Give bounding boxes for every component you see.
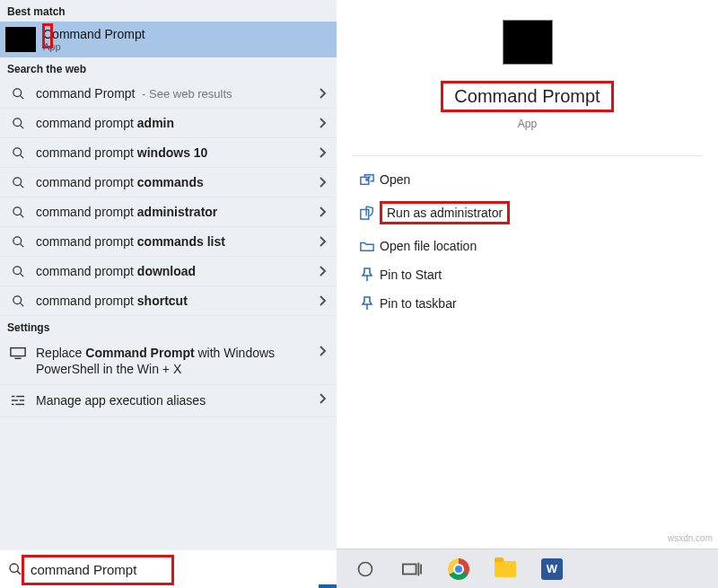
highlight-box: Run as administrator [380, 201, 510, 224]
cmd-icon [503, 20, 553, 65]
cortana-icon[interactable] [353, 557, 378, 582]
chevron-right-icon[interactable] [319, 206, 329, 218]
best-match-subtitle: App [43, 41, 145, 52]
search-bar[interactable] [0, 549, 337, 588]
open-icon [355, 173, 380, 186]
search-icon [9, 265, 27, 278]
action-pin-taskbar[interactable]: Pin to taskbar [344, 289, 711, 318]
app-title: Command Prompt [454, 86, 600, 106]
action-pin-start[interactable]: Pin to Start [344, 260, 711, 289]
action-label: Pin to Start [380, 268, 442, 282]
web-result-text: command prompt commands [36, 175, 319, 189]
action-list: OpenRun as administratorOpen file locati… [337, 162, 718, 318]
file-explorer-icon[interactable] [493, 557, 518, 582]
web-result[interactable]: command prompt commands [0, 168, 337, 197]
highlight-box: Command Prompt [441, 81, 613, 112]
svg-point-0 [13, 88, 21, 96]
web-result-text: command prompt shortcut [36, 294, 319, 308]
web-result-text: command prompt commands list [36, 234, 319, 249]
watermark: wsxdn.com [668, 533, 713, 543]
web-result-text: command prompt administrator [36, 205, 319, 219]
settings-header: Settings [0, 316, 337, 338]
svg-line-15 [20, 303, 23, 306]
chevron-right-icon[interactable] [319, 392, 329, 405]
task-view-icon[interactable] [399, 557, 425, 582]
svg-point-14 [13, 295, 21, 303]
svg-point-2 [13, 118, 21, 126]
settings-item-icon [9, 392, 27, 407]
svg-point-31 [359, 562, 372, 575]
chevron-right-icon[interactable] [319, 146, 329, 159]
web-result-text: command prompt download [36, 264, 319, 278]
divider [353, 155, 702, 156]
pin-icon [355, 268, 380, 282]
svg-rect-28 [361, 209, 369, 219]
focus-indicator [319, 584, 337, 588]
search-icon [9, 235, 27, 249]
action-label: Open file location [380, 239, 477, 253]
search-icon [9, 146, 27, 160]
settings-item-icon [9, 345, 27, 359]
svg-line-9 [20, 214, 23, 217]
search-icon [9, 176, 27, 189]
search-icon [9, 87, 27, 101]
action-run-admin[interactable]: Run as administrator [344, 194, 711, 232]
web-result[interactable]: command prompt admin [0, 109, 337, 138]
chevron-right-icon[interactable] [319, 345, 329, 357]
action-label: Pin to taskbar [380, 296, 457, 311]
action-open[interactable]: Open [344, 165, 711, 194]
highlight-box [42, 23, 53, 48]
action-open-location[interactable]: Open file location [344, 232, 711, 260]
search-icon [9, 117, 27, 130]
chevron-right-icon[interactable] [319, 87, 329, 100]
chrome-icon[interactable] [446, 557, 471, 582]
taskbar: W [337, 549, 718, 588]
chevron-right-icon[interactable] [319, 117, 329, 129]
web-result[interactable]: command Prompt - See web results [0, 79, 337, 109]
search-icon [9, 294, 27, 308]
app-hero: Command Prompt App [337, 0, 718, 130]
shield-icon [355, 206, 380, 220]
web-result[interactable]: command prompt shortcut [0, 286, 337, 316]
web-result-text: command Prompt - See web results [36, 86, 319, 101]
web-result[interactable]: command prompt windows 10 [0, 138, 337, 168]
settings-result[interactable]: Replace Command Prompt with Windows Powe… [0, 338, 337, 385]
settings-result[interactable]: Manage app execution aliases [0, 385, 337, 417]
svg-rect-16 [11, 348, 25, 356]
settings-item-text: Manage app execution aliases [36, 392, 319, 408]
chevron-right-icon[interactable] [319, 265, 329, 277]
best-match-result[interactable]: Command Prompt App [0, 22, 337, 57]
svg-point-12 [13, 266, 21, 274]
settings-item-text: Replace Command Prompt with Windows Powe… [36, 345, 319, 377]
svg-line-1 [20, 95, 23, 99]
folder-icon [355, 240, 380, 252]
best-match-header: Best match [0, 0, 337, 22]
action-label: Run as administrator [387, 206, 503, 220]
chevron-right-icon[interactable] [319, 176, 329, 189]
best-match-title: Command Prompt [43, 27, 145, 41]
cmd-icon [5, 27, 36, 52]
word-icon[interactable]: W [539, 557, 565, 582]
chevron-right-icon[interactable] [319, 235, 329, 248]
svg-rect-32 [403, 564, 416, 574]
highlight-box [22, 555, 174, 585]
chevron-right-icon[interactable] [319, 294, 329, 307]
svg-point-6 [13, 177, 21, 185]
svg-point-24 [10, 564, 18, 572]
svg-line-11 [20, 243, 23, 247]
svg-line-7 [20, 184, 23, 188]
details-pane: Command Prompt App OpenRun as administra… [337, 0, 718, 588]
web-result[interactable]: command prompt administrator [0, 197, 337, 227]
svg-point-4 [13, 147, 21, 155]
web-result[interactable]: command prompt commands list [0, 227, 337, 257]
web-results-list: command Prompt - See web resultscommand … [0, 79, 337, 316]
web-result[interactable]: command prompt download [0, 257, 337, 286]
settings-list: Replace Command Prompt with Windows Powe… [0, 338, 337, 417]
pin-icon [355, 296, 380, 311]
svg-point-8 [13, 206, 21, 215]
svg-point-10 [13, 236, 21, 244]
web-result-text: command prompt admin [36, 116, 319, 130]
svg-line-13 [20, 273, 23, 276]
web-result-text: command prompt windows 10 [36, 145, 319, 160]
svg-line-25 [17, 571, 21, 575]
